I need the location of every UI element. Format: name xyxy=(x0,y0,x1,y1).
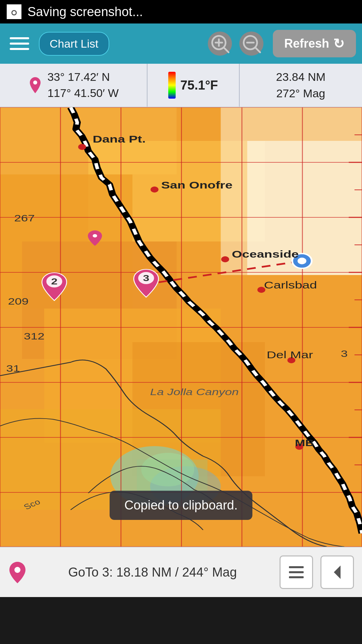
location-pin-icon xyxy=(28,76,43,94)
bottom-bar: GoTo 3: 18.18 NM / 244° Mag xyxy=(0,547,362,597)
svg-text:31: 31 xyxy=(6,363,20,374)
bearing-text: 272° Mag xyxy=(276,85,325,102)
tooltip-text: Copied to clipboard. xyxy=(124,498,238,512)
svg-rect-1 xyxy=(11,6,17,9)
nav-lines-button[interactable] xyxy=(280,555,313,589)
svg-text:312: 312 xyxy=(24,331,45,341)
svg-text:Carlsbad: Carlsbad xyxy=(264,279,317,290)
back-arrow-button[interactable] xyxy=(320,555,354,589)
svg-text:209: 209 xyxy=(8,296,29,307)
svg-point-11 xyxy=(33,80,37,85)
temp-gradient xyxy=(168,72,176,99)
refresh-label: Refresh xyxy=(284,37,329,51)
goto-text: GoTo 3: 18.18 NM / 244° Mag xyxy=(34,565,271,580)
coordinates-text: 33° 17.42′ N 117° 41.50′ W xyxy=(47,69,119,101)
svg-point-83 xyxy=(144,286,148,288)
nav-cell: 23.84 NM 272° Mag xyxy=(240,64,362,107)
svg-point-60 xyxy=(221,256,229,262)
zoom-out-button[interactable] xyxy=(239,32,263,56)
svg-point-59 xyxy=(150,186,159,193)
svg-text:Dana Pt.: Dana Pt. xyxy=(93,133,146,145)
screenshot-icon xyxy=(7,4,21,19)
svg-point-67 xyxy=(93,234,97,237)
distance-text: 23.84 NM xyxy=(276,69,325,85)
status-bar: Saving screenshot... xyxy=(0,0,362,23)
goto-pin-icon xyxy=(8,561,27,583)
svg-point-3 xyxy=(12,11,16,14)
svg-point-86 xyxy=(14,567,20,573)
map-svg: Sco Dana Pt. San Onofre Oceanside Carlsb… xyxy=(0,107,362,547)
lon-text: 117° 41.50′ W xyxy=(47,85,119,101)
map-container[interactable]: Sco Dana Pt. San Onofre Oceanside Carlsb… xyxy=(0,107,362,547)
svg-point-80 xyxy=(53,289,56,292)
lat-text: 33° 17.42′ N xyxy=(47,69,119,85)
toolbar: Chart List Refresh ↻ xyxy=(0,23,362,64)
svg-text:La Jolla Canyon: La Jolla Canyon xyxy=(150,386,239,397)
svg-text:3: 3 xyxy=(143,273,149,283)
info-bar: 33° 17.42′ N 117° 41.50′ W 75.1°F 23.84 … xyxy=(0,64,362,107)
temperature-text: 75.1°F xyxy=(180,78,218,93)
temp-cell: 75.1°F xyxy=(147,64,240,107)
status-text: Saving screenshot... xyxy=(27,5,143,19)
refresh-icon: ↻ xyxy=(333,36,345,51)
svg-text:Del Mar: Del Mar xyxy=(267,349,313,360)
svg-rect-89 xyxy=(289,576,304,578)
menu-button[interactable] xyxy=(6,30,33,57)
nav-text: 23.84 NM 272° Mag xyxy=(276,69,325,102)
svg-text:2: 2 xyxy=(51,276,57,286)
clipboard-tooltip: Copied to clipboard. xyxy=(110,491,252,520)
zoom-in-button[interactable] xyxy=(208,32,232,56)
svg-text:MB: MB xyxy=(295,437,314,448)
coords-cell: 33° 17.42′ N 117° 41.50′ W xyxy=(0,64,147,107)
svg-rect-88 xyxy=(289,571,304,573)
svg-rect-87 xyxy=(289,566,304,568)
svg-text:San Onofre: San Onofre xyxy=(161,179,233,191)
svg-marker-90 xyxy=(334,566,341,579)
svg-text:267: 267 xyxy=(14,213,35,223)
svg-line-5 xyxy=(224,48,229,52)
svg-text:3: 3 xyxy=(341,348,348,359)
svg-text:Oceanside: Oceanside xyxy=(232,249,299,260)
svg-line-9 xyxy=(255,48,260,52)
svg-point-58 xyxy=(78,144,86,150)
chart-list-button[interactable]: Chart List xyxy=(39,32,109,56)
svg-point-66 xyxy=(298,258,306,264)
refresh-button[interactable]: Refresh ↻ xyxy=(273,30,356,57)
